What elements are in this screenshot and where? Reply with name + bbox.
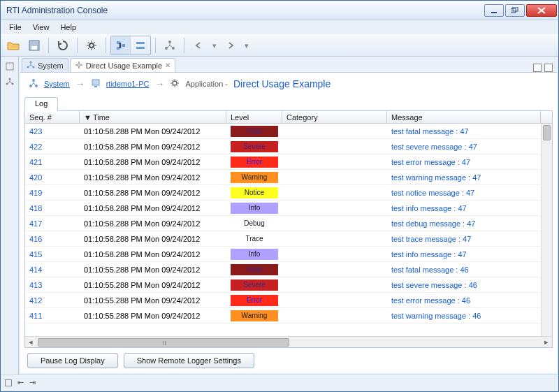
scrollbar-thumb[interactable] <box>38 338 289 347</box>
breadcrumb-app-label: Application - <box>185 80 228 88</box>
cell-level: Severe <box>226 141 282 152</box>
breadcrumb-app-name: Direct Usage Example <box>233 78 331 89</box>
status-expand-icon[interactable]: ⇥ <box>29 378 36 387</box>
level-badge: Debug <box>231 218 278 229</box>
sort-desc-icon: ▼ <box>84 113 92 122</box>
svg-point-5 <box>89 43 94 48</box>
svg-rect-8 <box>122 44 125 47</box>
svg-point-11 <box>168 41 171 43</box>
dropdown-arrow-icon[interactable]: ▾ <box>242 41 252 50</box>
maximize-button[interactable] <box>505 4 525 17</box>
log-rows: 42301:10:58.288 PM Mon 09/24/2012Fatalte… <box>25 124 552 336</box>
cell-time: 01:10:55.288 PM Mon 09/24/2012 <box>80 281 226 289</box>
cell-time: 01:10:58.288 PM Mon 09/24/2012 <box>80 127 226 136</box>
tab-system[interactable]: System <box>22 58 68 72</box>
cell-time: 01:10:58.288 PM Mon 09/24/2012 <box>80 219 226 228</box>
table-row[interactable]: 41301:10:55.288 PM Mon 09/24/2012Severet… <box>25 277 552 293</box>
cell-time: 01:10:58.288 PM Mon 09/24/2012 <box>80 173 226 182</box>
cell-message: test info message : 47 <box>387 204 552 212</box>
minimize-button[interactable] <box>484 4 504 17</box>
sidebar-expand-icon[interactable] <box>4 61 15 72</box>
table-row[interactable]: 42201:10:58.288 PM Mon 09/24/2012Severet… <box>25 139 552 154</box>
svg-rect-26 <box>94 86 97 87</box>
table-row[interactable]: 42301:10:58.288 PM Mon 09/24/2012Fatalte… <box>25 124 552 139</box>
scrollbar-thumb[interactable] <box>543 125 551 140</box>
back-icon[interactable] <box>189 36 208 55</box>
menu-file[interactable]: File <box>3 22 27 33</box>
status-collapse-icon[interactable]: ⇤ <box>17 378 24 387</box>
level-badge: Warning <box>231 172 278 183</box>
tab-direct-usage[interactable]: Direct Usage Example ✕ <box>70 58 175 72</box>
table-row[interactable]: 41401:10:55.288 PM Mon 09/24/2012Fatalte… <box>25 262 552 277</box>
col-seq[interactable]: Seq. # <box>25 111 80 123</box>
open-folder-icon[interactable] <box>3 36 23 55</box>
horizontal-scrollbar[interactable]: ◂ ▸ <box>25 336 552 347</box>
scrollbar-track[interactable] <box>36 337 541 347</box>
tree-icon <box>27 61 35 71</box>
sidebar-tree-icon[interactable] <box>4 76 15 87</box>
status-view-icon[interactable] <box>5 379 12 386</box>
table-row[interactable]: 41801:10:58.288 PM Mon 09/24/2012Infotes… <box>25 201 552 216</box>
cell-level: Error <box>226 157 282 168</box>
col-time[interactable]: ▼Time <box>80 111 226 123</box>
breadcrumb-system[interactable]: System <box>44 80 70 88</box>
cell-seq: 417 <box>25 219 80 228</box>
table-row[interactable]: 41501:10:58.288 PM Mon 09/24/2012Infotes… <box>25 247 552 262</box>
pause-log-button[interactable]: Pause Log Display <box>27 353 118 368</box>
menu-view[interactable]: View <box>27 22 55 33</box>
cell-message: test warning message : 47 <box>387 173 552 182</box>
toolbar-separator <box>106 38 106 53</box>
table-row[interactable]: 42001:10:58.288 PM Mon 09/24/2012Warning… <box>25 170 552 185</box>
cell-seq: 411 <box>25 312 80 320</box>
toolbar-separator <box>48 38 49 53</box>
vertical-scrollbar[interactable] <box>541 124 552 336</box>
toolbar-separator <box>77 38 78 53</box>
col-category[interactable]: Category <box>282 111 387 123</box>
svg-rect-25 <box>92 80 99 85</box>
col-scroll-spacer <box>541 111 552 123</box>
minimize-view-icon[interactable] <box>533 64 542 72</box>
breadcrumb-host[interactable]: rtidemo1-PC <box>106 80 150 88</box>
cell-seq: 423 <box>25 127 80 136</box>
cell-level: Warning <box>226 310 282 321</box>
log-tab[interactable]: Log <box>24 97 58 111</box>
tree-icon <box>29 78 38 89</box>
cell-time: 01:10:58.288 PM Mon 09/24/2012 <box>80 143 226 151</box>
table-row[interactable]: 41101:10:55.288 PM Mon 09/24/2012Warning… <box>25 308 552 324</box>
cell-level: Severe <box>226 280 282 291</box>
close-tab-icon[interactable]: ✕ <box>165 61 170 69</box>
col-level[interactable]: Level <box>226 111 282 123</box>
refresh-icon[interactable] <box>53 36 73 55</box>
table-row[interactable]: 41601:10:58.288 PM Mon 09/24/2012Tracete… <box>25 231 552 247</box>
dropdown-arrow-icon[interactable]: ▾ <box>210 41 219 50</box>
main-area: System Direct Usage Example ✕ System → r… <box>1 57 558 375</box>
show-remote-logger-button[interactable]: Show Remote Logger Settings <box>124 353 254 368</box>
table-row[interactable]: 41901:10:58.288 PM Mon 09/24/2012Noticet… <box>25 185 552 201</box>
close-button[interactable] <box>526 4 557 17</box>
table-row[interactable]: 41201:10:55.288 PM Mon 09/24/2012Errorte… <box>25 293 552 308</box>
maximize-view-icon[interactable] <box>544 64 553 72</box>
col-message[interactable]: Message <box>387 111 541 123</box>
cell-message: test info message : 47 <box>387 250 552 259</box>
cell-seq: 421 <box>25 158 80 166</box>
menu-help[interactable]: Help <box>55 22 82 33</box>
tree-view-icon[interactable] <box>111 36 131 55</box>
forward-icon[interactable] <box>221 36 240 55</box>
table-row[interactable]: 42101:10:58.288 PM Mon 09/24/2012Errorte… <box>25 154 552 170</box>
table-row[interactable]: 41701:10:58.288 PM Mon 09/24/2012Debugte… <box>25 216 552 231</box>
cell-time: 01:10:55.288 PM Mon 09/24/2012 <box>80 266 226 274</box>
cell-seq: 416 <box>25 235 80 243</box>
level-badge: Info <box>231 249 278 260</box>
button-row: Pause Log Display Show Remote Logger Set… <box>20 352 557 373</box>
cell-time: 01:10:58.288 PM Mon 09/24/2012 <box>80 250 226 259</box>
cell-message: test severe message : 46 <box>387 281 552 289</box>
scroll-right-icon[interactable]: ▸ <box>541 337 552 347</box>
cell-level: Error <box>226 295 282 306</box>
scroll-left-icon[interactable]: ◂ <box>25 337 36 347</box>
list-view-icon[interactable] <box>131 36 150 55</box>
topology-icon[interactable] <box>160 36 180 55</box>
save-icon[interactable] <box>24 36 44 55</box>
svg-rect-7 <box>117 47 119 50</box>
editor-body: System → rtidemo1-PC → Application - Dir… <box>20 72 557 373</box>
gear-icon[interactable] <box>82 36 101 55</box>
